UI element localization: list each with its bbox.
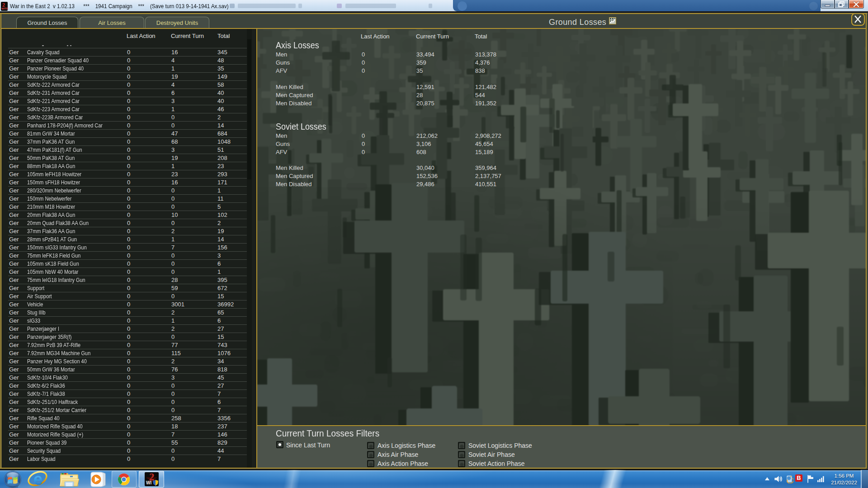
svg-text:e: e [33, 471, 42, 488]
